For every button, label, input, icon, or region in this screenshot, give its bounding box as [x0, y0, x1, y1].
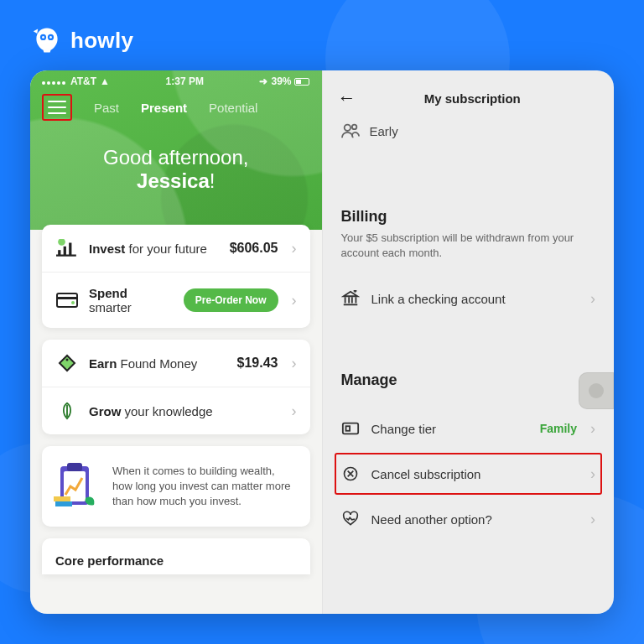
- card-icon: [55, 290, 79, 310]
- chevron-right-icon: ›: [590, 465, 595, 483]
- svg-point-2: [42, 36, 44, 39]
- chevron-right-icon: ›: [292, 355, 297, 372]
- preorder-button[interactable]: Pre-Order Now: [184, 288, 278, 312]
- brand-name: howly: [70, 28, 133, 54]
- greeting-line: Good afternoon,: [30, 146, 322, 169]
- svg-point-7: [58, 239, 65, 246]
- svg-point-3: [49, 36, 52, 39]
- row-grow[interactable]: Grow your knowledge ›: [42, 387, 310, 434]
- assistive-touch-button[interactable]: [579, 372, 614, 409]
- bank-icon: [341, 289, 360, 308]
- back-button[interactable]: ←: [338, 87, 361, 109]
- screen-home: AT&T ▲ 1:37 PM ➜ 39% Past Present: [30, 70, 322, 614]
- promo-text: When it comes to building wealth, how lo…: [112, 464, 297, 510]
- greeting-bang: !: [210, 169, 216, 192]
- billing-heading: Billing: [323, 208, 615, 231]
- chevron-right-icon: ›: [590, 420, 595, 438]
- leaf-icon: [55, 401, 79, 421]
- svg-rect-6: [69, 243, 71, 256]
- spend-bold: Spend: [89, 286, 127, 300]
- row-need-option[interactable]: Need another option? ›: [323, 496, 615, 542]
- current-tier-value: Family: [540, 422, 577, 435]
- earn-amount: $19.43: [237, 356, 278, 371]
- cancel-icon: [341, 465, 360, 483]
- screen-subscription: ← My subscription Early Billing Your $5 …: [322, 70, 615, 614]
- row-spend[interactable]: Spend smarter Pre-Order Now ›: [42, 272, 310, 328]
- core-performance-heading[interactable]: Core performance: [42, 538, 310, 574]
- chevron-right-icon: ›: [292, 402, 297, 420]
- promo-card[interactable]: When it comes to building wealth, how lo…: [42, 446, 310, 527]
- row-earn[interactable]: Earn Found Money $19.43 ›: [42, 340, 310, 387]
- chevron-right-icon: ›: [292, 292, 297, 309]
- chart-icon: [55, 238, 79, 258]
- tab-present[interactable]: Present: [141, 101, 187, 115]
- screenshots-container: AT&T ▲ 1:37 PM ➜ 39% Past Present: [30, 70, 614, 614]
- spend-rest: smarter: [89, 300, 132, 314]
- greeting-name: Jessica: [137, 169, 210, 192]
- wifi-icon: ▲: [100, 75, 110, 87]
- tag-icon: [55, 353, 79, 373]
- tab-past[interactable]: Past: [94, 101, 119, 115]
- invest-rest: for your future: [125, 242, 207, 256]
- brand-logo: howly: [32, 25, 133, 55]
- clock-label: 1:37 PM: [166, 75, 204, 87]
- signal-icon: [42, 75, 67, 87]
- svg-rect-8: [57, 293, 77, 307]
- row-early[interactable]: Early: [323, 117, 615, 149]
- svg-rect-20: [345, 427, 350, 432]
- row-cancel-subscription[interactable]: Cancel subscription ›: [335, 453, 603, 495]
- row-link-account[interactable]: Link a checking account ›: [323, 276, 615, 321]
- clipboard-chart-icon: [52, 461, 102, 512]
- grow-rest: your knowledge: [121, 404, 212, 418]
- carrier-label: AT&T: [70, 75, 96, 87]
- tier-icon: [341, 419, 360, 438]
- chevron-right-icon: ›: [590, 511, 595, 528]
- tab-potential[interactable]: Potential: [209, 101, 257, 115]
- manage-heading: Manage: [323, 371, 615, 394]
- menu-button[interactable]: [42, 94, 72, 121]
- early-label: Early: [370, 124, 398, 138]
- svg-point-10: [71, 301, 75, 304]
- need-option-label: Need another option?: [371, 512, 579, 527]
- grow-bold: Grow: [89, 404, 121, 418]
- battery-icon: [294, 78, 309, 86]
- people-icon: [341, 122, 360, 139]
- svg-rect-16: [55, 501, 72, 506]
- svg-rect-9: [57, 297, 77, 299]
- heart-icon: [341, 510, 360, 528]
- status-bar: AT&T ▲ 1:37 PM ➜ 39%: [30, 70, 322, 87]
- svg-rect-14: [67, 463, 82, 471]
- svg-rect-15: [54, 496, 70, 501]
- svg-rect-5: [64, 247, 66, 256]
- earn-bold: Earn: [89, 356, 117, 371]
- page-title: My subscription: [370, 91, 600, 106]
- chevron-right-icon: ›: [292, 240, 297, 257]
- svg-point-11: [66, 359, 69, 361]
- row-invest[interactable]: Invest for your future $606.05 ›: [42, 225, 310, 272]
- chevron-right-icon: ›: [590, 290, 595, 308]
- battery-label: 39%: [271, 75, 291, 87]
- greeting: Good afternoon, Jessica!: [30, 121, 322, 210]
- row-change-tier[interactable]: Change tier Family ›: [323, 406, 615, 451]
- owl-icon: [32, 25, 62, 55]
- billing-subtext: Your $5 subscription will be withdrawn f…: [323, 231, 615, 276]
- invest-amount: $606.05: [230, 241, 278, 256]
- change-tier-label: Change tier: [371, 422, 528, 436]
- earn-rest: Found Money: [117, 356, 197, 371]
- link-account-label: Link a checking account: [371, 292, 579, 306]
- svg-point-17: [344, 125, 350, 131]
- bluetooth-icon: ➜: [259, 75, 267, 87]
- cancel-label: Cancel subscription: [371, 467, 579, 481]
- svg-point-18: [351, 125, 356, 130]
- invest-bold: Invest: [89, 242, 125, 256]
- hamburger-icon: [48, 101, 66, 114]
